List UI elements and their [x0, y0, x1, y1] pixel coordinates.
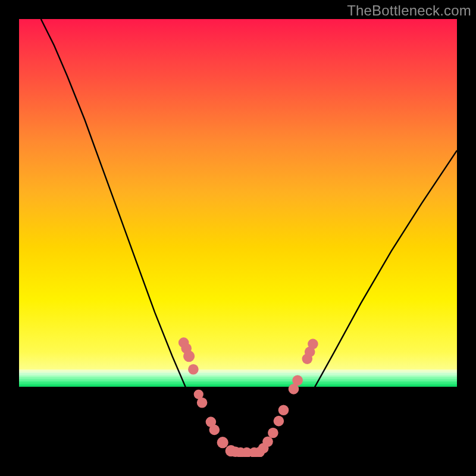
data-point-left — [217, 437, 228, 448]
data-point-left — [197, 397, 208, 408]
data-point-left — [209, 425, 220, 436]
curve-overlay — [19, 19, 457, 457]
data-point-left — [183, 350, 195, 362]
watermark-text: TheBottleneck.com — [347, 2, 471, 19]
data-point-right — [274, 416, 284, 427]
chart-frame: TheBottleneck.com — [0, 0, 476, 476]
data-point-right — [278, 405, 289, 415]
data-point-right — [308, 339, 318, 349]
data-point-right — [262, 436, 273, 447]
bottleneck-curve — [41, 19, 457, 456]
data-point-right — [268, 428, 278, 439]
chart-plot-area — [19, 19, 457, 457]
data-point-right — [292, 375, 303, 386]
data-point-left — [188, 364, 199, 375]
